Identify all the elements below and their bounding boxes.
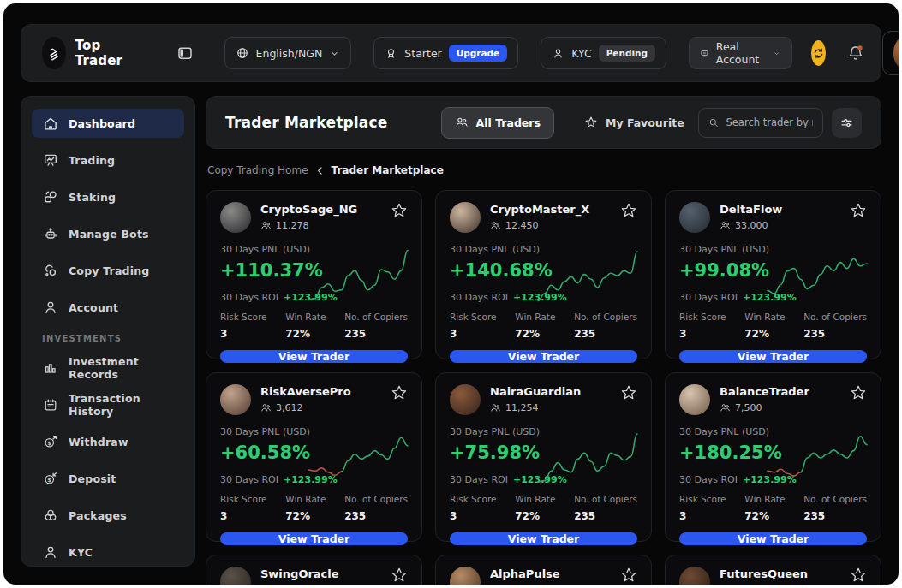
- tab-label: My Favourite: [606, 116, 684, 129]
- sidebar-item-deposit[interactable]: $ Deposit: [32, 464, 184, 493]
- sidebar-item-account[interactable]: Account: [32, 293, 184, 322]
- app-title: Top Trader: [75, 38, 132, 68]
- trader-avatar: [679, 567, 710, 585]
- favourite-star-icon[interactable]: [620, 384, 637, 401]
- svg-text:$: $: [47, 477, 51, 483]
- favourite-star-icon[interactable]: [620, 567, 637, 584]
- sidebar-item-transaction-history[interactable]: Transaction History: [32, 390, 184, 419]
- sidebar-item-dashboard[interactable]: Dashboard: [32, 109, 184, 138]
- copiers-label: No. of Copiers: [344, 494, 408, 504]
- view-trader-button[interactable]: View Trader: [220, 532, 408, 545]
- monitor-icon: [700, 47, 709, 60]
- win-rate-value: 72%: [515, 328, 555, 340]
- trader-name: CryptoSage_NG: [260, 203, 357, 216]
- trader-avatar: [679, 384, 710, 415]
- favourite-star-icon[interactable]: [620, 202, 637, 219]
- trader-name: SwingOracle: [260, 567, 339, 580]
- upgrade-button[interactable]: Upgrade: [449, 45, 507, 62]
- trader-search[interactable]: [698, 108, 823, 138]
- win-rate-label: Win Rate: [744, 494, 785, 504]
- trader-avatar: [220, 384, 251, 415]
- win-rate-value: 72%: [744, 510, 785, 522]
- favourite-star-icon[interactable]: [391, 202, 408, 219]
- trading-chart-icon: [42, 152, 58, 169]
- tab-all-traders[interactable]: All Traders: [441, 107, 554, 139]
- notification-dot: [857, 45, 862, 50]
- risk-score-value: 3: [679, 328, 726, 340]
- sidebar-item-manage-bots[interactable]: Manage Bots: [32, 219, 184, 248]
- app-logo: Top Trader: [42, 37, 132, 69]
- user-profile-menu[interactable]: Cameron Williamson Regular User: [882, 31, 899, 75]
- favourite-star-icon[interactable]: [850, 384, 867, 401]
- kyc-person-icon: [42, 544, 58, 561]
- favourite-star-icon[interactable]: [391, 384, 408, 401]
- roi-label: 30 Days ROI: [220, 474, 278, 485]
- trader-grid: CryptoSage_NG 11,278 30 Days PNL (USD) +…: [206, 190, 881, 585]
- trader-name: AlphaPulse: [490, 567, 560, 580]
- view-trader-button[interactable]: View Trader: [450, 532, 637, 545]
- svg-text:$: $: [47, 440, 51, 446]
- favourite-star-icon[interactable]: [850, 567, 867, 584]
- trader-name: RiskAversePro: [260, 385, 351, 398]
- sidebar-item-label: KYC: [69, 546, 93, 559]
- breadcrumb-current: Trader Marketplace: [332, 164, 444, 176]
- trader-card: SwingOracle 30 Days PNL (USD) 30 Days RO…: [206, 555, 422, 585]
- sidebar-item-kyc[interactable]: KYC: [32, 538, 184, 567]
- sidebar-item-label: Withdraw: [69, 436, 128, 448]
- view-trader-button[interactable]: View Trader: [679, 532, 867, 545]
- sidebar-item-trading[interactable]: Trading: [32, 146, 184, 175]
- trader-avatar: [450, 567, 481, 585]
- view-trader-button[interactable]: View Trader: [450, 350, 637, 363]
- followers-count: 11,278: [276, 220, 309, 231]
- sidebar-nav: Dashboard Trading Staking Manage: [21, 96, 195, 567]
- copiers-label: No. of Copiers: [574, 312, 637, 322]
- copiers-label: No. of Copiers: [574, 494, 637, 504]
- top-header: Top Trader English/NGN Starter Upgrade: [21, 24, 881, 82]
- sidebar-item-label: Packages: [69, 509, 127, 522]
- view-trader-button[interactable]: View Trader: [679, 350, 867, 363]
- favourite-star-icon[interactable]: [391, 567, 408, 584]
- win-rate-value: 72%: [285, 328, 326, 340]
- roi-label: 30 Days ROI: [679, 474, 738, 485]
- sidebar-item-packages[interactable]: Packages: [32, 501, 184, 530]
- sidebar-item-copy-trading[interactable]: Copy Trading: [32, 256, 184, 285]
- followers-icon: [260, 220, 272, 231]
- sidebar-item-staking[interactable]: Staking: [32, 182, 184, 211]
- sidebar-item-label: Manage Bots: [69, 228, 149, 241]
- sidebar-item-label: Deposit: [69, 472, 116, 485]
- favourite-star-icon[interactable]: [850, 202, 867, 219]
- performance-sparkline: [766, 421, 869, 491]
- sidebar-toggle-icon[interactable]: [176, 45, 194, 62]
- marketplace-toolbar: Trader Marketplace All Traders My Favour…: [206, 96, 881, 149]
- breadcrumb-parent[interactable]: Copy Trading Home: [207, 164, 308, 176]
- view-trader-button[interactable]: View Trader: [220, 350, 408, 363]
- followers-icon: [260, 402, 272, 413]
- account-type-label: Real Account: [716, 40, 766, 66]
- sidebar-item-withdraw[interactable]: $ Withdraw: [32, 427, 184, 456]
- sliders-icon: [839, 116, 854, 130]
- win-rate-value: 72%: [515, 510, 555, 522]
- account-type-selector[interactable]: Real Account: [689, 37, 791, 69]
- copiers-value: 235: [344, 510, 408, 522]
- roi-label: 30 Days ROI: [450, 474, 508, 485]
- chevron-down-icon: [773, 48, 780, 59]
- performance-sparkline: [766, 239, 869, 309]
- copiers-label: No. of Copiers: [803, 312, 867, 322]
- medal-icon: [385, 47, 397, 60]
- filter-button[interactable]: [832, 108, 862, 138]
- language-selector[interactable]: English/NGN: [224, 37, 352, 69]
- person-icon: [42, 300, 58, 316]
- trader-name: BalanceTrader: [720, 385, 809, 398]
- search-input[interactable]: [726, 116, 813, 128]
- person-icon: [552, 47, 564, 60]
- notifications-bell-icon[interactable]: [846, 44, 865, 62]
- tab-my-favourite[interactable]: My Favourite: [571, 107, 697, 139]
- rewards-coin-icon[interactable]: [811, 40, 826, 66]
- sidebar-item-investment-records[interactable]: Investment Records: [32, 353, 184, 383]
- risk-score-value: 3: [679, 510, 726, 522]
- risk-score-label: Risk Score: [450, 494, 497, 504]
- followers-icon: [490, 402, 501, 413]
- trader-avatar: [450, 384, 481, 415]
- user-avatar: [893, 38, 899, 68]
- risk-score-value: 3: [220, 510, 267, 522]
